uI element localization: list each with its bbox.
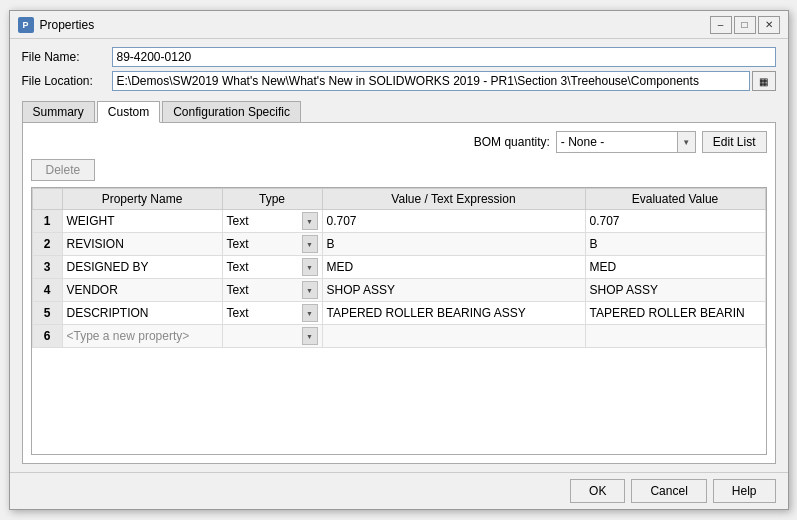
row-value: SHOP ASSY	[322, 279, 585, 302]
close-button[interactable]: ✕	[758, 16, 780, 34]
row-evaluated: TAPERED ROLLER BEARIN	[585, 302, 765, 325]
table-header-row: Property Name Type Value / Text Expressi…	[32, 189, 765, 210]
row-num: 1	[32, 210, 62, 233]
tabs-header: Summary Custom Configuration Specific	[22, 101, 776, 123]
row-property-name: DESIGNED BY	[62, 256, 222, 279]
row-type: Text▼	[222, 302, 322, 325]
minimize-button[interactable]: –	[710, 16, 732, 34]
row-type: Text▼	[222, 256, 322, 279]
row-value: B	[322, 233, 585, 256]
row-evaluated: B	[585, 233, 765, 256]
row-num: 4	[32, 279, 62, 302]
col-value: Value / Text Expression	[322, 189, 585, 210]
type-value: Text	[227, 260, 302, 274]
window-title: Properties	[40, 18, 95, 32]
bom-row: BOM quantity: - None - ▼ Edit List	[31, 131, 767, 153]
bottom-bar: OK Cancel Help	[10, 472, 788, 509]
row-value: TAPERED ROLLER BEARING ASSY	[322, 302, 585, 325]
cancel-button[interactable]: Cancel	[631, 479, 706, 503]
row-type: Text▼	[222, 233, 322, 256]
browse-button[interactable]: ▦	[752, 71, 776, 91]
row-property-name: DESCRIPTION	[62, 302, 222, 325]
file-location-input[interactable]	[112, 71, 750, 91]
col-evaluated: Evaluated Value	[585, 189, 765, 210]
table-row: 4VENDORText▼SHOP ASSYSHOP ASSY	[32, 279, 765, 302]
type-value: Text	[227, 306, 302, 320]
row-property-name[interactable]: <Type a new property>	[62, 325, 222, 348]
tab-custom[interactable]: Custom	[97, 101, 160, 123]
bom-label: BOM quantity:	[474, 135, 550, 149]
row-num: 3	[32, 256, 62, 279]
properties-table-wrap: Property Name Type Value / Text Expressi…	[31, 187, 767, 455]
type-dropdown-arrow[interactable]: ▼	[302, 258, 318, 276]
bom-select[interactable]: - None -	[557, 132, 677, 152]
tab-content-custom: BOM quantity: - None - ▼ Edit List Delet…	[22, 122, 776, 464]
row-evaluated: MED	[585, 256, 765, 279]
bom-dropdown-arrow[interactable]: ▼	[677, 132, 695, 152]
row-property-name: VENDOR	[62, 279, 222, 302]
file-name-row: File Name:	[22, 47, 776, 67]
bom-select-wrap: - None - ▼	[556, 131, 696, 153]
type-dropdown-arrow[interactable]: ▼	[302, 212, 318, 230]
row-value: 0.707	[322, 210, 585, 233]
action-row: Delete	[31, 159, 767, 181]
col-property-name: Property Name	[62, 189, 222, 210]
row-evaluated	[585, 325, 765, 348]
app-icon: P	[18, 17, 34, 33]
browse-icon: ▦	[759, 76, 768, 87]
content-area: File Name: File Location: ▦ Summary Cust…	[10, 39, 788, 472]
tab-config[interactable]: Configuration Specific	[162, 101, 301, 123]
row-type: Text▼	[222, 279, 322, 302]
properties-table: Property Name Type Value / Text Expressi…	[32, 188, 766, 348]
tab-summary[interactable]: Summary	[22, 101, 95, 123]
type-value: Text	[227, 283, 302, 297]
row-num: 2	[32, 233, 62, 256]
row-num: 6	[32, 325, 62, 348]
title-bar: P Properties – □ ✕	[10, 11, 788, 39]
maximize-button[interactable]: □	[734, 16, 756, 34]
row-value: MED	[322, 256, 585, 279]
row-evaluated: 0.707	[585, 210, 765, 233]
table-row: 1WEIGHTText▼0.7070.707	[32, 210, 765, 233]
edit-list-button[interactable]: Edit List	[702, 131, 767, 153]
row-evaluated: SHOP ASSY	[585, 279, 765, 302]
type-dropdown-arrow[interactable]: ▼	[302, 304, 318, 322]
title-bar-left: P Properties	[18, 17, 95, 33]
row-property-name: WEIGHT	[62, 210, 222, 233]
row-num: 5	[32, 302, 62, 325]
file-location-row: File Location: ▦	[22, 71, 776, 91]
file-location-label: File Location:	[22, 74, 112, 88]
delete-button[interactable]: Delete	[31, 159, 96, 181]
file-name-input[interactable]	[112, 47, 776, 67]
table-row: 3DESIGNED BYText▼MEDMED	[32, 256, 765, 279]
type-dropdown-arrow[interactable]: ▼	[302, 235, 318, 253]
type-dropdown-arrow[interactable]: ▼	[302, 327, 318, 345]
tabs-container: Summary Custom Configuration Specific BO…	[22, 101, 776, 464]
window-controls: – □ ✕	[710, 16, 780, 34]
properties-window: P Properties – □ ✕ File Name: File Locat…	[9, 10, 789, 510]
col-num	[32, 189, 62, 210]
help-button[interactable]: Help	[713, 479, 776, 503]
app-icon-label: P	[22, 20, 28, 30]
table-row: 5DESCRIPTIONText▼TAPERED ROLLER BEARING …	[32, 302, 765, 325]
file-name-label: File Name:	[22, 50, 112, 64]
row-type: ▼	[222, 325, 322, 348]
row-property-name: REVISION	[62, 233, 222, 256]
type-value: Text	[227, 214, 302, 228]
row-type: Text▼	[222, 210, 322, 233]
row-value	[322, 325, 585, 348]
type-dropdown-arrow[interactable]: ▼	[302, 281, 318, 299]
table-row: 2REVISIONText▼BB	[32, 233, 765, 256]
table-row: 6<Type a new property>▼	[32, 325, 765, 348]
type-value: Text	[227, 237, 302, 251]
col-type: Type	[222, 189, 322, 210]
ok-button[interactable]: OK	[570, 479, 625, 503]
